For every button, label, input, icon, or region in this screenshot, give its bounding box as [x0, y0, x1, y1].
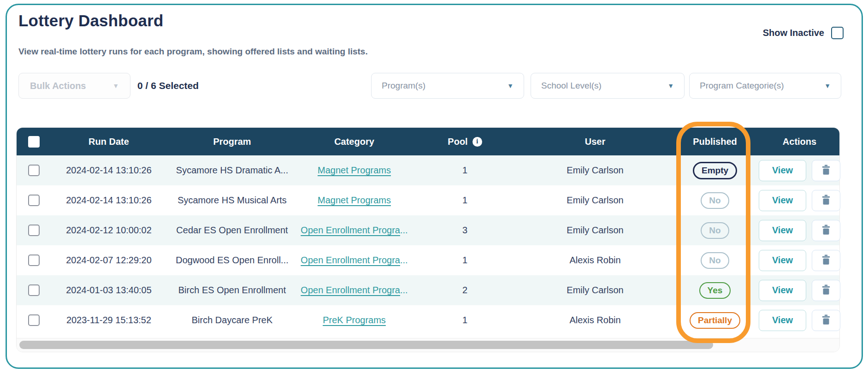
- delete-button[interactable]: [812, 220, 840, 241]
- category-ellipsis: ...: [400, 255, 408, 265]
- info-icon[interactable]: i: [472, 137, 482, 147]
- published-status-badge: Yes: [699, 282, 731, 299]
- row-checkbox[interactable]: [28, 255, 40, 266]
- trash-icon: [820, 224, 832, 237]
- published-status-badge: No: [701, 222, 729, 239]
- user-cell: Emily Carlson: [519, 285, 671, 296]
- table-row: 2023-11-29 15:13:52 Birch Daycare PreK P…: [17, 305, 839, 335]
- chevron-down-icon: ▼: [824, 82, 831, 89]
- program-cell: Birch Daycare PreK: [166, 315, 298, 326]
- category-link[interactable]: Open Enrollment Progra: [301, 225, 400, 235]
- category-link[interactable]: Magnet Programs: [318, 165, 391, 175]
- category-link[interactable]: Magnet Programs: [318, 195, 391, 205]
- program-cell: Birch ES Open Enrollment: [166, 285, 298, 296]
- selection-status: 0 / 6 Selected: [137, 73, 199, 99]
- view-button[interactable]: View: [759, 250, 806, 271]
- category-link[interactable]: Open Enrollment Progra: [301, 255, 400, 265]
- view-button[interactable]: View: [759, 310, 806, 331]
- column-header-category: Category: [298, 136, 411, 147]
- table-header-row: Run Date Program Category Pool i User Pu…: [17, 128, 839, 155]
- trash-icon: [820, 284, 832, 297]
- table-row: 2024-02-14 13:10:26 Sycamore HS Musical …: [17, 185, 839, 215]
- pool-cell: 1: [411, 195, 519, 206]
- chevron-down-icon: ▼: [667, 82, 674, 89]
- trash-icon: [820, 254, 832, 267]
- program-cell: Dogwood ES Open Enroll...: [166, 255, 298, 266]
- chevron-down-icon: ▼: [507, 82, 514, 89]
- delete-button[interactable]: [812, 310, 840, 331]
- trash-icon: [820, 164, 832, 177]
- scrollbar-thumb[interactable]: [19, 341, 713, 349]
- column-header-user: User: [519, 136, 671, 147]
- select-all-checkbox[interactable]: [28, 136, 40, 148]
- filter-programs-dropdown[interactable]: Program(s) ▼: [371, 73, 524, 99]
- show-inactive-label: Show Inactive: [763, 28, 824, 38]
- run-date-cell: 2024-02-14 13:10:26: [51, 195, 166, 206]
- delete-button[interactable]: [812, 280, 840, 301]
- run-date-cell: 2024-02-07 12:29:20: [51, 255, 166, 266]
- show-inactive-control: Show Inactive: [763, 27, 844, 39]
- chevron-down-icon: ▼: [112, 82, 119, 89]
- user-cell: Emily Carlson: [519, 225, 671, 236]
- filter-program-categories-label: Program Categorie(s): [700, 81, 784, 91]
- table-row: 2024-02-12 10:00:02 Cedar ES Open Enroll…: [17, 215, 839, 245]
- filter-programs-label: Program(s): [382, 81, 425, 91]
- view-button[interactable]: View: [759, 280, 806, 301]
- delete-button[interactable]: [812, 160, 840, 181]
- pool-cell: 1: [411, 315, 519, 326]
- run-date-cell: 2024-02-14 13:10:26: [51, 165, 166, 176]
- category-ellipsis: ...: [400, 225, 408, 235]
- lottery-dashboard-card: Lottery Dashboard Show Inactive View rea…: [6, 4, 863, 369]
- pool-cell: 3: [411, 225, 519, 236]
- published-status-badge: No: [701, 192, 729, 209]
- view-button[interactable]: View: [759, 190, 806, 211]
- published-status-badge: Partially: [690, 312, 740, 329]
- published-status-badge: No: [701, 252, 729, 269]
- column-header-actions: Actions: [759, 136, 840, 147]
- row-checkbox[interactable]: [28, 225, 40, 236]
- filter-school-levels-dropdown[interactable]: School Level(s) ▼: [531, 73, 685, 99]
- column-header-pool: Pool i: [411, 136, 519, 147]
- delete-button[interactable]: [812, 190, 840, 211]
- trash-icon: [820, 314, 832, 327]
- run-date-cell: 2024-02-12 10:00:02: [51, 225, 166, 236]
- lottery-runs-table: Run Date Program Category Pool i User Pu…: [16, 127, 840, 352]
- row-checkbox[interactable]: [28, 165, 40, 176]
- column-header-run-date: Run Date: [51, 136, 166, 147]
- user-cell: Emily Carlson: [519, 165, 671, 176]
- delete-button[interactable]: [812, 250, 840, 271]
- published-status-badge: Empty: [693, 162, 737, 179]
- table-row: 2024-01-03 13:40:05 Birch ES Open Enroll…: [17, 275, 839, 305]
- column-header-published: Published: [671, 136, 759, 147]
- view-button[interactable]: View: [759, 220, 806, 241]
- show-inactive-checkbox[interactable]: [831, 27, 844, 39]
- category-link[interactable]: Open Enrollment Progra: [301, 285, 400, 295]
- table-row: 2024-02-07 12:29:20 Dogwood ES Open Enro…: [17, 245, 839, 275]
- row-checkbox[interactable]: [28, 314, 40, 326]
- category-link[interactable]: PreK Programs: [323, 315, 386, 325]
- pool-cell: 1: [411, 255, 519, 266]
- column-header-pool-label: Pool: [448, 136, 467, 147]
- table-row: 2024-02-14 13:10:26 Sycamore HS Dramatic…: [17, 155, 839, 185]
- run-date-cell: 2023-11-29 15:13:52: [51, 315, 166, 326]
- filter-school-levels-label: School Level(s): [541, 81, 602, 91]
- user-cell: Alexis Robin: [519, 255, 671, 266]
- column-header-program: Program: [166, 136, 298, 147]
- view-button[interactable]: View: [759, 160, 806, 181]
- program-cell: Sycamore HS Musical Arts: [166, 195, 298, 206]
- row-checkbox[interactable]: [28, 284, 40, 296]
- page-subtitle: View real-time lottery runs for each pro…: [18, 47, 368, 57]
- horizontal-scrollbar[interactable]: [17, 338, 839, 352]
- row-checkbox[interactable]: [28, 195, 40, 206]
- page-title: Lottery Dashboard: [18, 12, 164, 30]
- pool-cell: 1: [411, 165, 519, 176]
- bulk-actions-label: Bulk Actions: [30, 81, 86, 91]
- bulk-actions-button[interactable]: Bulk Actions ▼: [18, 73, 130, 99]
- program-cell: Cedar ES Open Enrollment: [166, 225, 298, 236]
- pool-cell: 2: [411, 285, 519, 296]
- trash-icon: [820, 194, 832, 207]
- user-cell: Emily Carlson: [519, 195, 671, 206]
- run-date-cell: 2024-01-03 13:40:05: [51, 285, 166, 296]
- filter-program-categories-dropdown[interactable]: Program Categorie(s) ▼: [689, 73, 841, 99]
- user-cell: Alexis Robin: [519, 315, 671, 326]
